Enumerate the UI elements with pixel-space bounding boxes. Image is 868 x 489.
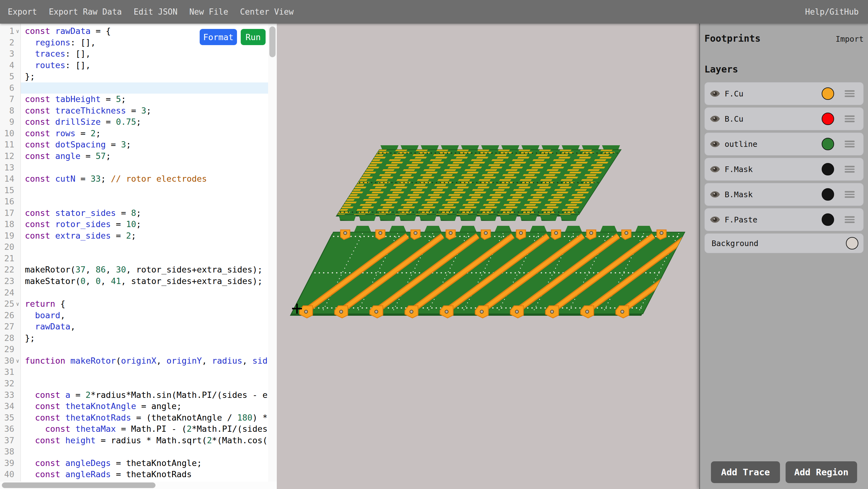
line-number: 38 (0, 446, 21, 458)
menu-item-help-github[interactable]: Help/GitHub (805, 7, 859, 17)
code-line-6[interactable]: 6 (0, 83, 268, 94)
code-line-12[interactable]: 12const angle = 57; (0, 151, 268, 162)
layer-color-swatch[interactable] (846, 237, 858, 249)
layer-color-swatch[interactable] (822, 213, 834, 226)
line-number: 22 (0, 264, 21, 276)
layer-menu-icon[interactable] (845, 190, 855, 199)
line-number: 35 (0, 412, 21, 424)
code-editor[interactable]: 1∨const rawData = {2 regions: [],3 trace… (0, 24, 277, 489)
import-button[interactable]: Import (836, 34, 864, 43)
layer-color-swatch[interactable] (822, 163, 834, 176)
code-line-29[interactable]: 29 (0, 344, 268, 355)
layer-color-swatch[interactable] (822, 188, 834, 201)
vertical-scrollbar-thumb[interactable] (269, 26, 276, 57)
line-number: 30∨ (0, 355, 21, 367)
layer-menu-icon[interactable] (845, 215, 855, 224)
code-line-21[interactable]: 21 (0, 253, 268, 265)
code-line-24[interactable]: 24 (0, 287, 268, 299)
code-line-30[interactable]: 30∨function makeRotor(originX, originY, … (0, 355, 268, 367)
code-line-4[interactable]: 4 routes: [], (0, 60, 268, 71)
code-line-13[interactable]: 13 (0, 162, 268, 174)
code-line-11[interactable]: 11const dotSpacing = 3; (0, 139, 268, 151)
code-line-3[interactable]: 3 traces: [], (0, 48, 268, 60)
eye-visibility-icon[interactable] (710, 191, 720, 198)
fold-arrow-icon[interactable]: ∨ (14, 26, 21, 37)
eye-visibility-icon[interactable] (710, 140, 720, 148)
layer-color-swatch[interactable] (822, 138, 834, 150)
layer-color-swatch[interactable] (822, 113, 834, 125)
layer-row-f-paste[interactable]: F.Paste (705, 208, 864, 231)
code-line-27[interactable]: 27 rawData, (0, 321, 268, 333)
code-text: const rows = 2; (21, 128, 268, 140)
code-line-18[interactable]: 18const rotor_sides = 10; (0, 219, 268, 230)
code-line-15[interactable]: 15 (0, 185, 268, 196)
code-line-35[interactable]: 35 const thetaKnotRads = (thetaKnotAngle… (0, 412, 268, 424)
run-button[interactable]: Run (241, 29, 266, 45)
layer-menu-icon[interactable] (845, 140, 855, 149)
code-line-16[interactable]: 16 (0, 196, 268, 208)
menu-item-center-view[interactable]: Center View (240, 7, 293, 17)
code-line-26[interactable]: 26 board, (0, 310, 268, 321)
code-line-34[interactable]: 34 const thetaKnotAngle = angle; (0, 401, 268, 412)
editor-horizontal-scrollbar[interactable] (0, 482, 277, 489)
layer-row-background[interactable]: Background (705, 233, 864, 253)
code-line-8[interactable]: 8const traceThickness = 3; (0, 105, 268, 117)
code-line-14[interactable]: 14const cutN = 33; // rotor electrodes (0, 173, 268, 185)
code-line-25[interactable]: 25∨return { (0, 298, 268, 310)
code-line-10[interactable]: 10const rows = 2; (0, 128, 268, 140)
add-trace-button[interactable]: Add Trace (711, 461, 780, 483)
menu-item-export-raw-data[interactable]: Export Raw Data (49, 7, 122, 17)
pcb-canvas[interactable] (277, 24, 699, 489)
code-line-22[interactable]: 22makeRotor(37, 86, 30, rotor_sides+extr… (0, 264, 268, 276)
code-line-23[interactable]: 23makeStator(0, 0, 41, stator_sides+extr… (0, 276, 268, 287)
code-line-5[interactable]: 5}; (0, 71, 268, 83)
fold-arrow-icon[interactable]: ∨ (14, 298, 21, 310)
code-line-9[interactable]: 9const drillSize = 0.75; (0, 116, 268, 128)
horizontal-scrollbar-thumb[interactable] (2, 483, 155, 488)
code-line-19[interactable]: 19const extra_sides = 2; (0, 230, 268, 242)
code-line-7[interactable]: 7const tabHeight = 5; (0, 94, 268, 105)
menu-item-export[interactable]: Export (8, 7, 37, 17)
layer-menu-icon[interactable] (845, 89, 855, 98)
code-line-40[interactable]: 40 const angleRads = thetaKnotRads (0, 469, 268, 480)
fold-arrow-icon[interactable]: ∨ (14, 355, 21, 367)
eye-visibility-icon[interactable] (710, 216, 720, 223)
code-text (21, 162, 268, 174)
layer-menu-icon[interactable] (845, 164, 855, 174)
layer-menu-icon[interactable] (845, 114, 855, 123)
code-line-20[interactable]: 20 (0, 241, 268, 253)
line-number: 18 (0, 219, 21, 230)
code-text (21, 196, 268, 208)
code-text: function makeRotor(originX, originY, rad… (21, 355, 268, 367)
code-line-17[interactable]: 17const stator_sides = 8; (0, 208, 268, 219)
line-number: 6 (0, 83, 21, 94)
code-line-37[interactable]: 37 const height = radius * Math.sqrt(2*(… (0, 435, 268, 447)
layer-row-f-mask[interactable]: F.Mask (705, 158, 864, 181)
code-line-39[interactable]: 39 const angleDegs = thetaKnotAngle; (0, 458, 268, 469)
layer-color-swatch[interactable] (822, 87, 834, 100)
menu-item-edit-json[interactable]: Edit JSON (134, 7, 178, 17)
layer-row-b-mask[interactable]: B.Mask (705, 183, 864, 206)
editor-vertical-scrollbar[interactable] (268, 24, 277, 482)
eye-visibility-icon[interactable] (710, 90, 720, 97)
layer-row-f-cu[interactable]: F.Cu (705, 82, 864, 105)
code-line-36[interactable]: 36 const thetaMax = Math.PI - (2*Math.PI… (0, 423, 268, 435)
add-region-button[interactable]: Add Region (785, 461, 857, 483)
code-text: const tabHeight = 5; (21, 94, 268, 105)
eye-visibility-icon[interactable] (710, 115, 720, 123)
pcb-boards-graphic[interactable] (277, 24, 699, 489)
code-text (21, 253, 268, 265)
code-line-32[interactable]: 32 (0, 378, 268, 390)
eye-visibility-icon[interactable] (710, 165, 720, 173)
code-line-31[interactable]: 31 (0, 366, 268, 378)
menu-item-new-file[interactable]: New File (189, 7, 228, 17)
code-line-28[interactable]: 28}; (0, 333, 268, 344)
code-lines: 1∨const rawData = {2 regions: [],3 trace… (0, 26, 268, 480)
layer-row-b-cu[interactable]: B.Cu (705, 107, 864, 130)
format-button[interactable]: Format (200, 29, 237, 45)
line-number: 1∨ (0, 26, 21, 37)
layer-row-outline[interactable]: outline (705, 132, 864, 156)
code-line-33[interactable]: 33 const a = 2*radius*Math.sin(Math.PI/(… (0, 390, 268, 401)
line-number: 12 (0, 151, 21, 162)
code-line-38[interactable]: 38 (0, 446, 268, 458)
